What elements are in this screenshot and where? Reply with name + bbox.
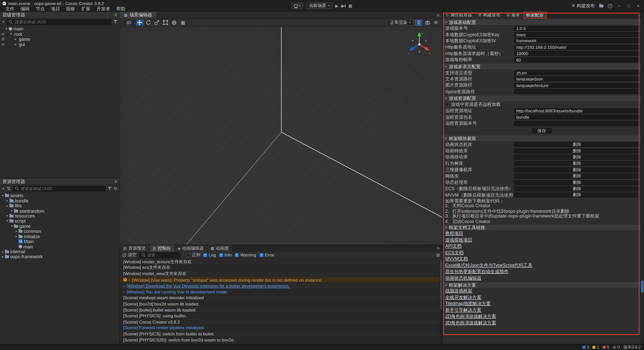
log-export-icon[interactable]: ▤ <box>436 253 440 257</box>
snap-toggle[interactable]: ▦ <box>179 20 186 26</box>
delete-button[interactable]: 删除 <box>514 186 640 191</box>
sort-icon[interactable]: ⇅ <box>7 186 11 190</box>
delete-button[interactable]: 删除 <box>514 174 640 179</box>
log-row[interactable]: [Scene] meshopt wasm decoder initialized <box>120 295 439 301</box>
console-scrollbar[interactable] <box>439 259 442 344</box>
console-tab[interactable]: ▤资源预览 <box>120 245 149 252</box>
lock-icon[interactable] <box>2 44 4 46</box>
axis-gizmo[interactable]: Y X Z <box>406 30 432 57</box>
doc-link[interactable]: ECS文档 <box>443 249 641 256</box>
assets-search[interactable] <box>13 186 105 191</box>
console-filter[interactable]: ✓Info <box>219 252 232 257</box>
log-row[interactable]: [Scene] [box2d]:box2d wasm lib loaded. <box>120 301 439 307</box>
console-search-input[interactable] <box>147 253 178 257</box>
close-button[interactable]: × <box>636 4 641 8</box>
checkbox-icon[interactable]: ✓ <box>259 253 263 257</box>
status-count-warning[interactable]: 1 <box>592 345 599 349</box>
log-row[interactable]: [Scene] [bullet]:bullet wasm lib loaded. <box>120 307 439 313</box>
property-input[interactable] <box>514 89 640 94</box>
property-input[interactable] <box>514 83 640 88</box>
lighting-toggle[interactable] <box>415 20 422 26</box>
console-filter[interactable]: ✓Error <box>259 252 274 257</box>
chevron-down-icon[interactable]: ▾ <box>1 194 5 197</box>
chevron-right-icon[interactable]: ▸ <box>14 229 18 233</box>
section-modules[interactable]: ▾框架模块裁剪 <box>443 136 641 142</box>
expand-icon[interactable]: › <box>123 289 125 294</box>
panel-menu-icon[interactable]: ≡ <box>437 13 439 18</box>
menu-item[interactable]: 项目 <box>48 6 63 11</box>
log-row[interactable]: [Window] ecs文件夹存在 <box>120 265 439 271</box>
console-tab[interactable]: ▦动画图 <box>207 245 232 252</box>
property-input[interactable] <box>514 51 640 56</box>
doc-link[interactable]: Excel格式转Json文件与TypeScript代码工具 <box>443 262 641 268</box>
camera-settings-icon[interactable] <box>424 20 431 26</box>
log-row[interactable]: ›[Window] Download the Vue Devtools exte… <box>120 283 439 289</box>
property-input[interactable] <box>514 70 640 75</box>
section-docs[interactable]: ▾框架文档工具链接 <box>443 225 641 230</box>
console-tab[interactable]: ▥控制台 <box>149 245 174 252</box>
property-input[interactable] <box>514 45 640 50</box>
asset-node[interactable]: ▸resources <box>0 213 119 218</box>
solution-link[interactable]: 3D角色扮演游戏解决方案 <box>443 320 641 326</box>
menu-item[interactable]: 编辑 <box>18 6 32 11</box>
property-input[interactable] <box>514 121 640 126</box>
scene-viewport[interactable]: Y X Z <box>120 27 442 245</box>
hierarchy-node[interactable]: ▸gui <box>0 41 119 47</box>
log-row[interactable]: [Window] render_texture文件夹存在 <box>120 259 439 265</box>
doc-link[interactable]: API文档 <box>443 243 641 249</box>
log-row[interactable]: [Scene] [PHYSICS]: using builtin. <box>120 313 439 319</box>
inspector-tab[interactable]: 框架配置 <box>523 12 547 19</box>
delete-button[interactable]: 删除 <box>514 148 640 153</box>
open-preview-window-icon[interactable]: ▦ <box>348 4 352 8</box>
menu-item[interactable]: 文件 <box>3 6 17 11</box>
menu-item[interactable]: 帮助 <box>113 6 128 11</box>
asset-node[interactable]: ▸oops-framework <box>0 254 119 259</box>
scrollbar-thumb[interactable] <box>641 280 644 293</box>
hierarchy-node[interactable]: ▸game <box>0 36 119 41</box>
save-button[interactable]: 保存 <box>532 128 552 134</box>
world-space-toggle[interactable] <box>171 20 178 26</box>
lock-icon[interactable] <box>2 39 4 40</box>
help-icon[interactable]: ? <box>608 4 612 8</box>
refresh-icon[interactable]: ↻ <box>114 186 117 190</box>
filter-icon[interactable] <box>107 186 111 190</box>
chevron-down-icon[interactable]: ▾ <box>10 224 14 228</box>
asset-node[interactable]: ▸seedrandom <box>0 208 119 213</box>
hierarchy-search-input[interactable] <box>15 20 109 24</box>
solution-link[interactable]: 2D角色扮演游戏解决方案 <box>443 313 641 320</box>
delete-button[interactable]: 删除 <box>514 180 640 185</box>
projection-3d-button[interactable]: 3D <box>123 20 135 25</box>
menu-item[interactable]: 扩展 <box>78 6 93 11</box>
menu-item[interactable]: 面板 <box>63 6 78 11</box>
log-row[interactable]: [Scene] Cocos Creator v3.8.2 <box>120 319 439 325</box>
delete-button[interactable]: 删除 <box>514 161 640 166</box>
scrollbar-thumb[interactable] <box>440 260 442 309</box>
doc-link[interactable]: 游戏模板项目 <box>443 237 641 243</box>
expand-icon[interactable]: › <box>123 284 125 288</box>
minimize-button[interactable]: − <box>617 4 622 8</box>
open-project-folder-icon[interactable] <box>599 5 603 7</box>
render-mode-select[interactable]: 正常渲染 ▾ <box>387 19 414 26</box>
chevron-down-icon[interactable]: ▾ <box>5 27 9 31</box>
scale-tool-button[interactable] <box>153 20 160 26</box>
asset-node[interactable]: ▾script <box>0 218 119 224</box>
chevron-down-icon[interactable]: ▾ <box>9 32 13 36</box>
checkbox-icon[interactable]: ✓ <box>219 253 223 257</box>
property-input[interactable] <box>514 26 640 31</box>
panel-menu-icon[interactable]: ≡ <box>114 179 117 184</box>
hierarchy-node[interactable]: ▾main <box>0 26 119 31</box>
asset-node[interactable]: ▸internal <box>0 249 119 254</box>
assets-search-input[interactable] <box>20 186 103 191</box>
doc-link[interactable]: MVVM文档 <box>443 256 641 262</box>
checkbox-icon[interactable] <box>186 253 190 257</box>
chevron-right-icon[interactable]: ▸ <box>5 204 9 208</box>
menu-item[interactable]: 节点 <box>33 6 48 11</box>
solution-link[interactable]: 战旗游戏框架 <box>443 288 641 294</box>
asset-node[interactable]: ▸common <box>0 229 119 234</box>
checkbox-icon[interactable]: ✓ <box>203 253 207 257</box>
chevron-right-icon[interactable]: ▸ <box>1 250 5 254</box>
property-input[interactable] <box>514 38 640 43</box>
section-solutions[interactable]: ▾框架解决方案 <box>443 282 641 288</box>
solution-link[interactable]: Tiledmap地图解决方案 <box>443 300 641 307</box>
delete-button[interactable]: 删除 <box>514 193 640 198</box>
